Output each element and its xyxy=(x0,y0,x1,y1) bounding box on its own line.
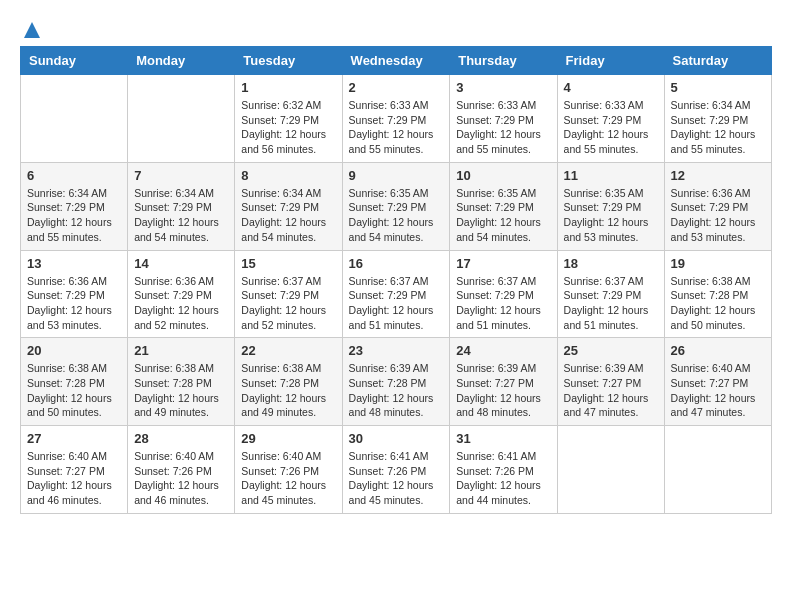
day-number: 11 xyxy=(564,168,658,183)
day-info: Sunrise: 6:39 AM Sunset: 7:27 PM Dayligh… xyxy=(456,361,550,420)
day-number: 2 xyxy=(349,80,444,95)
day-cell: 29Sunrise: 6:40 AM Sunset: 7:26 PM Dayli… xyxy=(235,426,342,514)
day-info: Sunrise: 6:39 AM Sunset: 7:27 PM Dayligh… xyxy=(564,361,658,420)
day-cell: 23Sunrise: 6:39 AM Sunset: 7:28 PM Dayli… xyxy=(342,338,450,426)
day-info: Sunrise: 6:40 AM Sunset: 7:27 PM Dayligh… xyxy=(27,449,121,508)
day-cell xyxy=(557,426,664,514)
day-info: Sunrise: 6:38 AM Sunset: 7:28 PM Dayligh… xyxy=(27,361,121,420)
header-cell-saturday: Saturday xyxy=(664,47,771,75)
day-cell: 24Sunrise: 6:39 AM Sunset: 7:27 PM Dayli… xyxy=(450,338,557,426)
day-info: Sunrise: 6:41 AM Sunset: 7:26 PM Dayligh… xyxy=(349,449,444,508)
day-number: 30 xyxy=(349,431,444,446)
header-cell-monday: Monday xyxy=(128,47,235,75)
day-cell: 25Sunrise: 6:39 AM Sunset: 7:27 PM Dayli… xyxy=(557,338,664,426)
day-number: 8 xyxy=(241,168,335,183)
day-number: 7 xyxy=(134,168,228,183)
day-info: Sunrise: 6:40 AM Sunset: 7:27 PM Dayligh… xyxy=(671,361,765,420)
day-info: Sunrise: 6:41 AM Sunset: 7:26 PM Dayligh… xyxy=(456,449,550,508)
day-number: 16 xyxy=(349,256,444,271)
day-cell: 18Sunrise: 6:37 AM Sunset: 7:29 PM Dayli… xyxy=(557,250,664,338)
header-cell-wednesday: Wednesday xyxy=(342,47,450,75)
day-number: 6 xyxy=(27,168,121,183)
page-header xyxy=(20,20,772,36)
day-number: 1 xyxy=(241,80,335,95)
day-info: Sunrise: 6:33 AM Sunset: 7:29 PM Dayligh… xyxy=(349,98,444,157)
header-cell-thursday: Thursday xyxy=(450,47,557,75)
week-row-4: 20Sunrise: 6:38 AM Sunset: 7:28 PM Dayli… xyxy=(21,338,772,426)
day-cell: 28Sunrise: 6:40 AM Sunset: 7:26 PM Dayli… xyxy=(128,426,235,514)
day-cell: 17Sunrise: 6:37 AM Sunset: 7:29 PM Dayli… xyxy=(450,250,557,338)
day-cell: 31Sunrise: 6:41 AM Sunset: 7:26 PM Dayli… xyxy=(450,426,557,514)
day-info: Sunrise: 6:40 AM Sunset: 7:26 PM Dayligh… xyxy=(134,449,228,508)
day-number: 15 xyxy=(241,256,335,271)
day-info: Sunrise: 6:36 AM Sunset: 7:29 PM Dayligh… xyxy=(27,274,121,333)
day-number: 5 xyxy=(671,80,765,95)
day-cell: 12Sunrise: 6:36 AM Sunset: 7:29 PM Dayli… xyxy=(664,162,771,250)
day-info: Sunrise: 6:38 AM Sunset: 7:28 PM Dayligh… xyxy=(241,361,335,420)
day-info: Sunrise: 6:36 AM Sunset: 7:29 PM Dayligh… xyxy=(671,186,765,245)
day-cell: 15Sunrise: 6:37 AM Sunset: 7:29 PM Dayli… xyxy=(235,250,342,338)
calendar-table: SundayMondayTuesdayWednesdayThursdayFrid… xyxy=(20,46,772,514)
day-number: 29 xyxy=(241,431,335,446)
day-info: Sunrise: 6:40 AM Sunset: 7:26 PM Dayligh… xyxy=(241,449,335,508)
day-cell: 5Sunrise: 6:34 AM Sunset: 7:29 PM Daylig… xyxy=(664,75,771,163)
day-number: 10 xyxy=(456,168,550,183)
day-number: 18 xyxy=(564,256,658,271)
week-row-3: 13Sunrise: 6:36 AM Sunset: 7:29 PM Dayli… xyxy=(21,250,772,338)
day-cell: 1Sunrise: 6:32 AM Sunset: 7:29 PM Daylig… xyxy=(235,75,342,163)
day-cell: 19Sunrise: 6:38 AM Sunset: 7:28 PM Dayli… xyxy=(664,250,771,338)
week-row-1: 1Sunrise: 6:32 AM Sunset: 7:29 PM Daylig… xyxy=(21,75,772,163)
logo xyxy=(20,20,42,36)
day-info: Sunrise: 6:34 AM Sunset: 7:29 PM Dayligh… xyxy=(241,186,335,245)
header-cell-friday: Friday xyxy=(557,47,664,75)
day-info: Sunrise: 6:35 AM Sunset: 7:29 PM Dayligh… xyxy=(456,186,550,245)
day-cell xyxy=(21,75,128,163)
day-number: 12 xyxy=(671,168,765,183)
day-info: Sunrise: 6:34 AM Sunset: 7:29 PM Dayligh… xyxy=(134,186,228,245)
day-number: 31 xyxy=(456,431,550,446)
day-cell: 20Sunrise: 6:38 AM Sunset: 7:28 PM Dayli… xyxy=(21,338,128,426)
day-info: Sunrise: 6:33 AM Sunset: 7:29 PM Dayligh… xyxy=(564,98,658,157)
header-cell-tuesday: Tuesday xyxy=(235,47,342,75)
day-number: 14 xyxy=(134,256,228,271)
day-info: Sunrise: 6:34 AM Sunset: 7:29 PM Dayligh… xyxy=(27,186,121,245)
week-row-2: 6Sunrise: 6:34 AM Sunset: 7:29 PM Daylig… xyxy=(21,162,772,250)
day-cell: 21Sunrise: 6:38 AM Sunset: 7:28 PM Dayli… xyxy=(128,338,235,426)
calendar-header: SundayMondayTuesdayWednesdayThursdayFrid… xyxy=(21,47,772,75)
day-cell: 26Sunrise: 6:40 AM Sunset: 7:27 PM Dayli… xyxy=(664,338,771,426)
day-cell: 2Sunrise: 6:33 AM Sunset: 7:29 PM Daylig… xyxy=(342,75,450,163)
day-cell: 7Sunrise: 6:34 AM Sunset: 7:29 PM Daylig… xyxy=(128,162,235,250)
day-number: 4 xyxy=(564,80,658,95)
day-cell: 10Sunrise: 6:35 AM Sunset: 7:29 PM Dayli… xyxy=(450,162,557,250)
day-number: 17 xyxy=(456,256,550,271)
day-number: 19 xyxy=(671,256,765,271)
day-info: Sunrise: 6:35 AM Sunset: 7:29 PM Dayligh… xyxy=(349,186,444,245)
day-number: 21 xyxy=(134,343,228,358)
day-number: 27 xyxy=(27,431,121,446)
day-info: Sunrise: 6:37 AM Sunset: 7:29 PM Dayligh… xyxy=(349,274,444,333)
day-cell: 8Sunrise: 6:34 AM Sunset: 7:29 PM Daylig… xyxy=(235,162,342,250)
day-cell xyxy=(664,426,771,514)
svg-marker-0 xyxy=(24,22,40,38)
day-info: Sunrise: 6:38 AM Sunset: 7:28 PM Dayligh… xyxy=(134,361,228,420)
day-info: Sunrise: 6:35 AM Sunset: 7:29 PM Dayligh… xyxy=(564,186,658,245)
day-number: 25 xyxy=(564,343,658,358)
day-info: Sunrise: 6:38 AM Sunset: 7:28 PM Dayligh… xyxy=(671,274,765,333)
day-number: 22 xyxy=(241,343,335,358)
calendar-body: 1Sunrise: 6:32 AM Sunset: 7:29 PM Daylig… xyxy=(21,75,772,514)
day-number: 13 xyxy=(27,256,121,271)
logo-icon xyxy=(22,20,42,40)
day-number: 23 xyxy=(349,343,444,358)
day-cell: 16Sunrise: 6:37 AM Sunset: 7:29 PM Dayli… xyxy=(342,250,450,338)
header-cell-sunday: Sunday xyxy=(21,47,128,75)
day-cell: 3Sunrise: 6:33 AM Sunset: 7:29 PM Daylig… xyxy=(450,75,557,163)
day-info: Sunrise: 6:37 AM Sunset: 7:29 PM Dayligh… xyxy=(564,274,658,333)
day-cell: 6Sunrise: 6:34 AM Sunset: 7:29 PM Daylig… xyxy=(21,162,128,250)
day-number: 28 xyxy=(134,431,228,446)
day-cell: 11Sunrise: 6:35 AM Sunset: 7:29 PM Dayli… xyxy=(557,162,664,250)
day-cell: 4Sunrise: 6:33 AM Sunset: 7:29 PM Daylig… xyxy=(557,75,664,163)
day-number: 9 xyxy=(349,168,444,183)
day-cell: 30Sunrise: 6:41 AM Sunset: 7:26 PM Dayli… xyxy=(342,426,450,514)
day-number: 26 xyxy=(671,343,765,358)
day-number: 3 xyxy=(456,80,550,95)
